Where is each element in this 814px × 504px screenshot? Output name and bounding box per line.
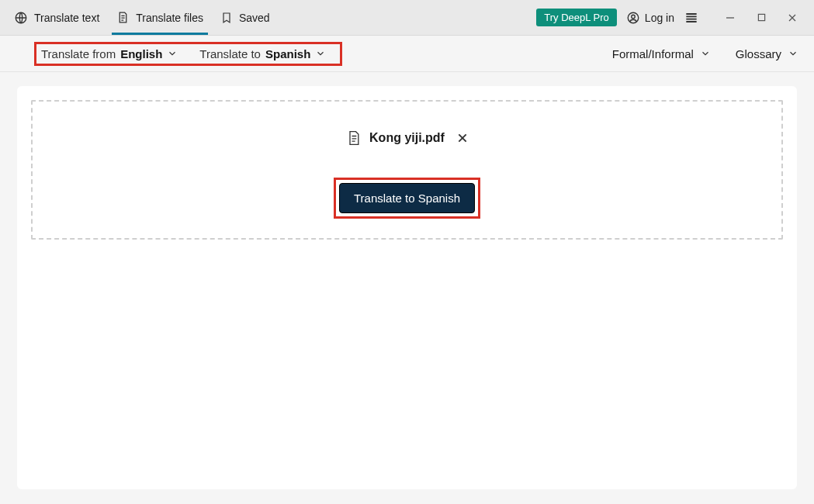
window-close[interactable] [777, 6, 808, 29]
tab-label: Saved [239, 12, 270, 24]
to-label: Translate to [199, 47, 261, 60]
language-selectors-highlight: Translate from English Translate to Span… [34, 42, 342, 66]
chevron-down-icon [788, 48, 798, 59]
bookmark-icon [220, 12, 233, 24]
user-icon [626, 11, 640, 25]
chevron-down-icon [315, 48, 326, 59]
translate-button[interactable]: Translate to Spanish [339, 183, 475, 213]
remove-file-button[interactable] [457, 133, 468, 143]
titlebar-tabs: Translate text Translate files Saved [14, 2, 270, 34]
menu-icon[interactable] [684, 10, 699, 26]
content-area: Kong yiji.pdf Translate to Spanish [0, 72, 814, 503]
try-pro-button[interactable]: Try DeepL Pro [536, 9, 617, 26]
window-controls [715, 6, 808, 29]
subbar-right: Formal/Informal Glossary [612, 47, 798, 60]
titlebar-right: Try DeepL Pro Log in [536, 6, 808, 29]
translation-card: Kong yiji.pdf Translate to Spanish [17, 86, 797, 489]
translate-to-selector[interactable]: Translate to Spanish [199, 47, 326, 60]
document-icon [346, 129, 362, 147]
chevron-down-icon [167, 48, 178, 59]
tab-saved[interactable]: Saved [220, 2, 270, 33]
file-dropzone[interactable]: Kong yiji.pdf Translate to Spanish [31, 100, 783, 240]
formality-label: Formal/Informal [612, 47, 694, 60]
file-name: Kong yiji.pdf [369, 131, 445, 145]
file-icon [116, 11, 130, 24]
uploaded-file-row: Kong yiji.pdf [346, 129, 468, 147]
globe-icon [14, 11, 28, 25]
formality-dropdown[interactable]: Formal/Informal [612, 47, 711, 60]
chevron-down-icon [700, 48, 711, 59]
translate-button-highlight: Translate to Spanish [334, 178, 480, 219]
glossary-label: Glossary [736, 47, 781, 60]
titlebar: Translate text Translate files Saved Try… [0, 0, 814, 36]
tab-label: Translate text [34, 12, 99, 24]
window-minimize[interactable] [715, 6, 746, 29]
tab-label: Translate files [136, 12, 203, 24]
translate-from-selector[interactable]: Translate from English [41, 47, 178, 60]
login-button[interactable]: Log in [626, 11, 674, 25]
login-label: Log in [645, 12, 674, 24]
window-maximize[interactable] [746, 6, 777, 29]
from-label: Translate from [41, 47, 116, 60]
tab-translate-files[interactable]: Translate files [116, 2, 203, 33]
svg-rect-3 [758, 14, 764, 20]
svg-point-2 [632, 15, 636, 19]
glossary-dropdown[interactable]: Glossary [736, 47, 798, 60]
from-value: English [120, 47, 162, 60]
tab-translate-text[interactable]: Translate text [14, 2, 99, 34]
to-value: Spanish [265, 47, 310, 60]
language-bar: Translate from English Translate to Span… [0, 36, 814, 72]
